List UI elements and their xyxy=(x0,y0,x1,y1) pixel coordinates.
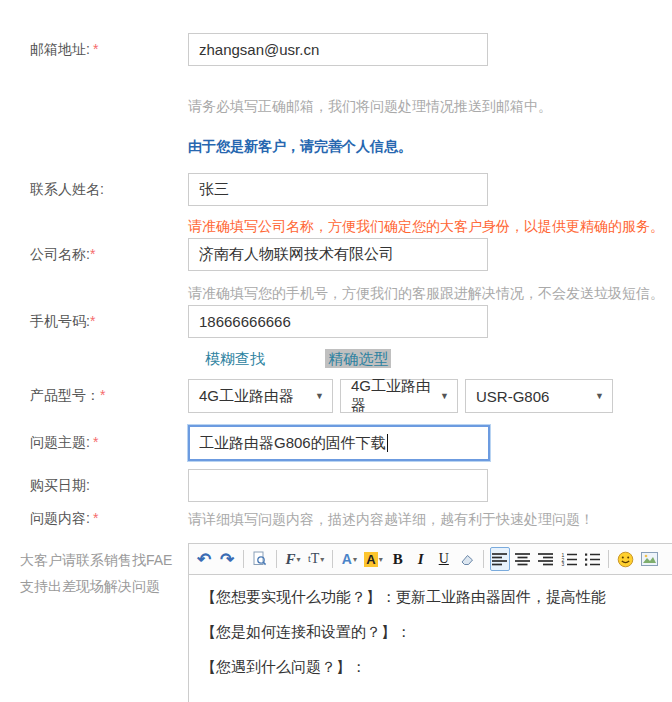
underline-icon: U xyxy=(439,551,449,567)
redo-button[interactable]: ↷ xyxy=(217,547,237,571)
phone-input[interactable] xyxy=(188,305,488,338)
align-left-icon xyxy=(492,552,507,566)
image-icon xyxy=(641,552,658,566)
font-family-button[interactable]: F▾ xyxy=(283,547,303,571)
svg-text:3: 3 xyxy=(561,561,564,566)
align-center-button[interactable] xyxy=(513,547,533,571)
required-asterisk: * xyxy=(100,387,105,403)
undo-icon: ↶ xyxy=(197,551,211,568)
company-row: 公司名称:* xyxy=(0,238,672,271)
emoji-button[interactable] xyxy=(615,547,636,571)
content-hint: 请详细填写问题内容，描述内容越详细，越有利于快速处理问题！ xyxy=(188,511,594,527)
purchase-date-input[interactable] xyxy=(188,469,488,502)
chevron-down-icon: ▾ xyxy=(353,555,357,564)
font-family-icon: F xyxy=(285,552,295,567)
toolbar-divider xyxy=(276,550,277,568)
email-hint: 请务必填写正确邮箱，我们将问题处理情况推送到邮箱中。 xyxy=(188,98,552,114)
bold-button[interactable]: B xyxy=(388,547,408,571)
align-center-icon xyxy=(515,552,530,566)
support-ticket-form: 邮箱地址:* 请务必填写正确邮箱，我们将问题处理情况推送到邮箱中。 由于您是新客… xyxy=(0,0,672,702)
unordered-list-icon xyxy=(584,552,600,566)
company-label: 公司名称:* xyxy=(0,246,188,264)
italic-button[interactable]: I xyxy=(411,547,431,571)
align-right-icon xyxy=(538,552,553,566)
text-color-icon: A xyxy=(342,552,352,566)
editor-paragraph: 【您遇到什么问题？】： xyxy=(201,657,672,677)
preview-icon xyxy=(252,551,268,567)
font-size-button[interactable]: tT▾ xyxy=(306,547,326,571)
product-model-select[interactable]: USR-G806 ▼ xyxy=(465,379,613,413)
align-left-button[interactable] xyxy=(490,547,510,571)
company-input[interactable] xyxy=(188,238,488,271)
unordered-list-button[interactable] xyxy=(582,547,602,571)
required-asterisk: * xyxy=(93,510,98,526)
required-asterisk: * xyxy=(90,313,95,329)
toolbar-divider xyxy=(608,550,609,568)
email-row: 邮箱地址:* xyxy=(0,33,672,66)
insert-image-button[interactable] xyxy=(639,547,660,571)
preview-button[interactable] xyxy=(250,547,270,571)
fuzzy-search-link[interactable]: 模糊查找 xyxy=(205,350,265,367)
contact-name-input[interactable] xyxy=(188,173,488,206)
content-label: 问题内容:* xyxy=(0,510,188,528)
email-label: 邮箱地址:* xyxy=(0,41,188,59)
purchase-date-row: 购买日期: xyxy=(0,469,672,502)
chevron-down-icon: ▼ xyxy=(440,391,449,401)
product-model-label: 产品型号：* xyxy=(0,387,188,405)
subject-label: 问题主题:* xyxy=(0,434,188,452)
chevron-down-icon: ▾ xyxy=(320,555,324,564)
undo-button[interactable]: ↶ xyxy=(194,547,214,571)
phone-label: 手机号码:* xyxy=(0,313,188,331)
new-customer-note: 由于您是新客户，请完善个人信息。 xyxy=(188,138,412,154)
precise-selection-link[interactable]: 精确选型 xyxy=(325,349,391,368)
toolbar-divider xyxy=(483,550,484,568)
text-cursor xyxy=(387,434,388,452)
editor-content-area[interactable]: 【您想要实现什么功能？】：更新工业路由器固件，提高性能 【您是如何连接和设置的？… xyxy=(189,575,672,702)
required-asterisk: * xyxy=(93,41,98,57)
phone-row: 手机号码:* xyxy=(0,305,672,338)
email-input[interactable] xyxy=(188,33,488,66)
highlight-color-button[interactable]: A▾ xyxy=(362,547,384,571)
fae-side-note: 大客户请联系销售找FAE 支持出差现场解决问题 xyxy=(0,543,188,599)
highlight-color-icon: A xyxy=(364,552,377,567)
contact-name-row: 联系人姓名: xyxy=(0,173,672,206)
italic-icon: I xyxy=(418,551,424,568)
required-asterisk: * xyxy=(90,246,95,262)
remove-format-icon xyxy=(459,552,475,567)
subject-row: 问题主题:* 工业路由器G806的固件下载 xyxy=(0,425,672,461)
editor-paragraph: 【您想要实现什么功能？】：更新工业路由器固件，提高性能 xyxy=(201,587,672,607)
required-asterisk: * xyxy=(93,434,98,450)
phone-hint: 请准确填写您的手机号，方便我们的客服跟进解决情况，不会发送垃圾短信。 xyxy=(188,285,664,301)
redo-icon: ↷ xyxy=(220,551,234,568)
editor-toolbar: ↶ ↷ F▾ tT▾ A▾ A▾ B I U xyxy=(189,544,672,575)
toolbar-divider xyxy=(332,550,333,568)
underline-button[interactable]: U xyxy=(434,547,454,571)
editor-paragraph: 【您是如何连接和设置的？】： xyxy=(201,622,672,642)
bold-icon: B xyxy=(393,551,403,568)
contact-name-label: 联系人姓名: xyxy=(0,181,188,199)
product-category-select[interactable]: 4G工业路由器 ▼ xyxy=(188,379,333,413)
subject-input[interactable]: 工业路由器G806的固件下载 xyxy=(188,425,490,461)
content-hint-row: 问题内容:* 请详细填写问题内容，描述内容越详细，越有利于快速处理问题！ xyxy=(0,510,672,528)
product-model-row: 产品型号：* 4G工业路由器 ▼ 4G工业路由器 ▼ USR-G806 ▼ xyxy=(0,379,672,413)
chevron-down-icon: ▼ xyxy=(315,391,324,401)
text-color-button[interactable]: A▾ xyxy=(339,547,359,571)
chevron-down-icon: ▾ xyxy=(297,555,301,564)
rich-text-editor: ↶ ↷ F▾ tT▾ A▾ A▾ B I U xyxy=(188,543,672,702)
align-right-button[interactable] xyxy=(536,547,556,571)
ordered-list-icon: 123 xyxy=(561,552,577,566)
company-hint: 请准确填写公司名称，方便我们确定您的大客户身份，以提供更精确的服务。 xyxy=(188,218,664,234)
remove-format-button[interactable] xyxy=(457,547,477,571)
chevron-down-icon: ▾ xyxy=(379,555,383,564)
purchase-date-label: 购买日期: xyxy=(0,477,188,495)
chevron-down-icon: ▼ xyxy=(595,391,604,401)
toolbar-divider xyxy=(243,550,244,568)
ordered-list-button[interactable]: 123 xyxy=(559,547,579,571)
emoji-icon xyxy=(617,551,634,568)
product-subcategory-select[interactable]: 4G工业路由器 ▼ xyxy=(340,379,458,413)
